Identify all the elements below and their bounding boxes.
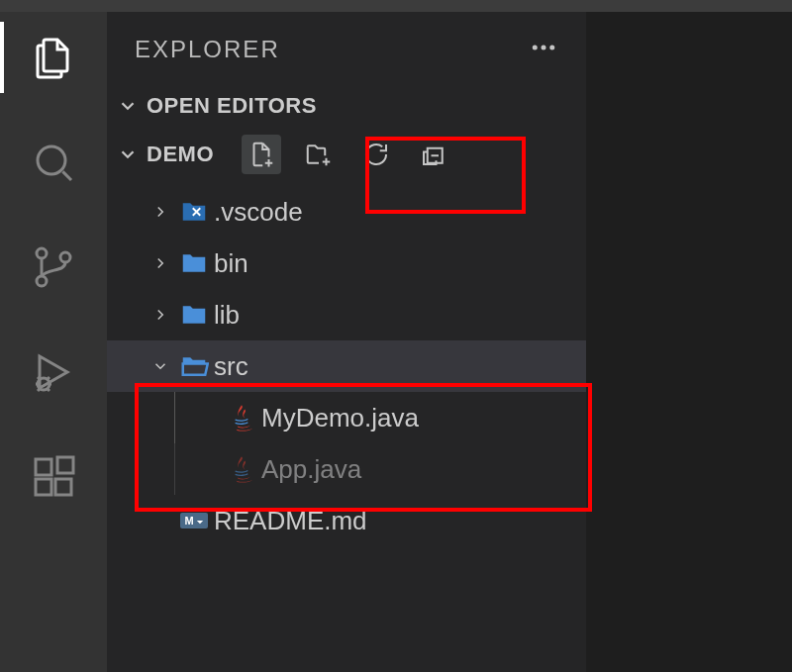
tree-label: src (214, 351, 248, 382)
new-folder-icon (304, 140, 334, 169)
sidebar-header: EXPLORER (107, 12, 586, 87)
folder-open-icon (174, 351, 214, 381)
svg-rect-6 (36, 479, 51, 495)
tree-label: App.java (261, 454, 361, 485)
svg-rect-7 (55, 479, 71, 495)
tree-label: README.md (214, 506, 367, 536)
workspace-section[interactable]: DEMO (107, 129, 586, 180)
explorer-sidebar: EXPLORER OPEN EDITORS DEMO (107, 12, 586, 672)
ellipsis-icon (529, 33, 558, 62)
editor-area (586, 12, 792, 672)
open-editors-label: OPEN EDITORS (147, 93, 317, 119)
new-folder-button[interactable] (299, 135, 339, 174)
new-file-button[interactable] (242, 135, 281, 174)
open-editors-section[interactable]: OPEN EDITORS (107, 87, 586, 125)
files-icon (30, 34, 77, 81)
activity-source-control[interactable] (26, 240, 81, 295)
activity-bar (0, 12, 107, 672)
tree-label: lib (214, 300, 240, 331)
refresh-icon (361, 140, 391, 169)
search-icon (30, 139, 77, 186)
extensions-icon (30, 453, 77, 501)
more-actions-button[interactable] (529, 33, 558, 66)
markdown-icon: M (174, 513, 214, 528)
tree-folder-src[interactable]: src (107, 340, 586, 392)
folder-icon (174, 248, 214, 278)
new-file-icon (247, 140, 276, 169)
titlebar (0, 0, 792, 12)
branch-icon (30, 243, 77, 291)
refresh-button[interactable] (356, 135, 396, 174)
file-tree: .vscode bin lib s (107, 180, 586, 546)
activity-extensions[interactable] (26, 449, 81, 505)
svg-point-10 (542, 46, 546, 50)
svg-rect-5 (36, 459, 51, 475)
svg-point-9 (533, 46, 538, 50)
svg-point-0 (38, 146, 65, 174)
folder-icon (174, 300, 214, 330)
sidebar-title: EXPLORER (135, 36, 280, 63)
tree-file-app-java[interactable]: App.java (107, 443, 586, 495)
vscode-folder-icon (174, 197, 214, 227)
tree-label: bin (214, 248, 248, 279)
activity-explorer[interactable] (26, 30, 81, 85)
workspace-toolbar (242, 135, 453, 174)
chevron-down-icon (151, 357, 169, 375)
play-bug-icon (30, 348, 77, 396)
tree-label: MyDemo.java (261, 403, 419, 433)
chevron-right-icon (151, 203, 169, 221)
collapse-all-button[interactable] (414, 135, 453, 174)
collapse-icon (419, 140, 448, 169)
indent-guide (174, 392, 175, 443)
java-icon (222, 452, 261, 486)
svg-point-11 (549, 46, 554, 50)
chevron-down-icon (117, 144, 139, 165)
chevron-right-icon (151, 306, 169, 324)
chevron-down-icon (117, 95, 139, 117)
svg-rect-8 (57, 457, 73, 473)
svg-point-2 (37, 276, 47, 286)
activity-run-debug[interactable] (26, 344, 81, 400)
indent-guide (174, 443, 175, 495)
tree-label: .vscode (214, 197, 303, 228)
activity-search[interactable] (26, 135, 81, 190)
tree-file-readme[interactable]: M README.md (107, 495, 586, 546)
tree-folder-bin[interactable]: bin (107, 238, 586, 289)
tree-folder-lib[interactable]: lib (107, 289, 586, 340)
svg-point-1 (37, 248, 47, 258)
java-icon (222, 401, 261, 434)
svg-point-3 (60, 252, 70, 262)
tree-file-mydemo-java[interactable]: MyDemo.java (107, 392, 586, 443)
chevron-right-icon (151, 254, 169, 272)
tree-folder-vscode[interactable]: .vscode (107, 186, 586, 238)
workspace-label: DEMO (147, 142, 214, 167)
